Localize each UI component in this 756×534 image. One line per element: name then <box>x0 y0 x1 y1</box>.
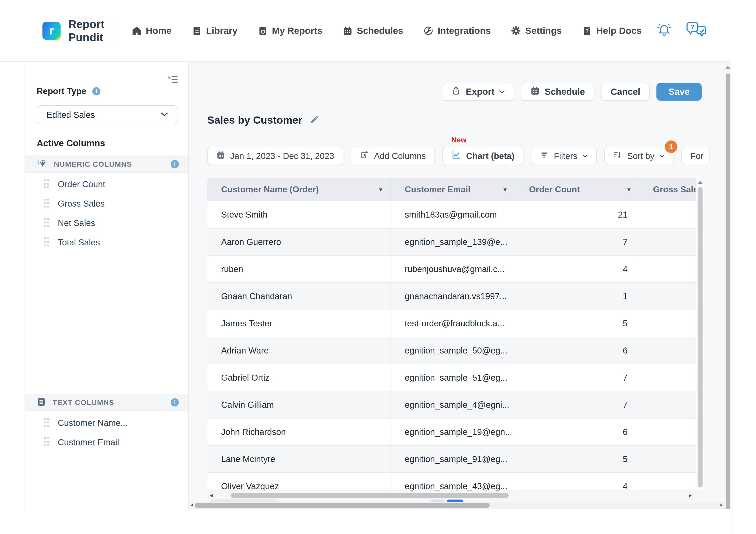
text-columns-list: Customer Name... Customer Email <box>25 413 188 452</box>
nav-items: Home Library My Reports Schedules <box>132 25 642 36</box>
drag-handle-icon[interactable] <box>43 217 50 229</box>
svg-text:?: ? <box>585 28 588 34</box>
calendar-icon <box>530 86 540 98</box>
nav-item-integrations[interactable]: Integrations <box>423 25 491 36</box>
nav-item-help-docs[interactable]: ? Help Docs <box>582 25 641 36</box>
scrollbar-thumb[interactable] <box>726 73 730 524</box>
bottom-margin <box>0 509 731 534</box>
save-button[interactable]: Save <box>657 83 702 101</box>
drag-handle-icon[interactable] <box>43 179 50 190</box>
date-range-button[interactable]: Jan 1, 2023 - Dec 31, 2023 <box>207 147 343 165</box>
brand[interactable]: r Report Pundit <box>42 18 104 44</box>
text-columns-header[interactable]: TEXT COLUMNS i <box>25 394 188 411</box>
drag-handle-icon[interactable] <box>43 437 50 448</box>
page-vertical-scrollbar[interactable] <box>724 62 731 534</box>
page-horizontal-scrollbar[interactable]: ◂ ▸ <box>189 502 724 509</box>
sort-by-button[interactable]: Sort by <box>604 147 674 165</box>
column-item-total-sales[interactable]: Total Sales <box>25 233 188 252</box>
add-columns-icon <box>360 151 369 162</box>
numeric-columns-info-icon[interactable]: i <box>171 160 179 168</box>
brand-name: Report Pundit <box>68 18 104 44</box>
filter-bar: Jan 1, 2023 - Dec 31, 2023 Add Columns N… <box>207 147 710 165</box>
table-row: Aaron Guerreroegnition_sample_139@e...7 <box>207 228 704 255</box>
table-row: rubenrubenjoushuva@gmail.c...4 <box>207 255 704 282</box>
main-content: Export Schedule Cancel Save Sales by Cus… <box>189 62 724 509</box>
report-table-card: Customer Name (Order)▾ Customer Email▾ O… <box>207 178 704 500</box>
sidebar: Report Type i Edited Sales Active Column… <box>25 62 189 509</box>
scrollbar-thumb[interactable] <box>230 493 509 498</box>
report-type-info-icon[interactable]: i <box>92 87 100 95</box>
home-icon <box>132 26 142 36</box>
toolbar: Export Schedule Cancel Save <box>442 83 702 101</box>
nav-item-library[interactable]: Library <box>192 25 237 36</box>
gear-icon <box>511 26 521 36</box>
notifications-bell-icon[interactable] <box>656 22 672 39</box>
calendar-icon <box>343 26 353 36</box>
drag-handle-icon[interactable] <box>43 198 50 209</box>
sort-caret-icon[interactable]: ▾ <box>379 186 382 193</box>
column-item-order-count[interactable]: Order Count <box>25 174 188 194</box>
column-header-customer-name[interactable]: Customer Name (Order)▾ <box>207 178 391 201</box>
scroll-up-arrow-icon[interactable] <box>726 66 730 69</box>
report-type-select[interactable]: Edited Sales <box>37 105 178 124</box>
table-vertical-scrollbar[interactable] <box>696 178 704 491</box>
help-doc-icon: ? <box>582 26 592 36</box>
new-badge: New <box>451 136 467 144</box>
drag-handle-icon[interactable] <box>43 237 50 248</box>
collapse-sidebar-icon[interactable] <box>168 73 179 86</box>
integrations-icon <box>423 26 433 36</box>
table-body: Steve Smithsmith183as@gmail.com21 Aaron … <box>207 201 704 500</box>
format-button-partial[interactable]: For <box>682 147 710 165</box>
nav-right: ? <box>656 22 731 40</box>
column-header-customer-email[interactable]: Customer Email▾ <box>391 178 515 201</box>
report-title: Sales by Customer <box>207 114 302 126</box>
drag-handle-icon[interactable] <box>43 417 50 428</box>
column-header-gross-sales[interactable]: Gross Sales <box>639 178 704 201</box>
add-columns-button[interactable]: Add Columns <box>351 147 435 165</box>
nav-item-my-reports[interactable]: My Reports <box>258 25 322 36</box>
column-item-gross-sales[interactable]: Gross Sales <box>25 194 188 213</box>
my-reports-icon <box>258 26 268 36</box>
table-row: John Richardsonegnition_sample_19@egn...… <box>207 418 704 445</box>
table-row: Calvin Gilliamegnition_sample_4@egni...7 <box>207 391 704 418</box>
column-item-net-sales[interactable]: Net Sales <box>25 213 188 233</box>
scrollbar-thumb[interactable] <box>698 187 703 488</box>
library-icon <box>192 26 202 36</box>
scroll-right-arrow-icon[interactable]: ▸ <box>720 502 723 508</box>
nav-item-settings[interactable]: Settings <box>511 25 562 36</box>
nav-item-schedules[interactable]: Schedules <box>343 25 403 36</box>
active-columns-heading: Active Columns <box>37 138 105 148</box>
scroll-up-arrow-icon[interactable] <box>698 181 703 184</box>
column-item-customer-name[interactable]: Customer Name... <box>25 413 188 433</box>
scroll-right-arrow-icon[interactable]: ▸ <box>687 492 694 499</box>
column-header-order-count[interactable]: Order Count▾ <box>515 178 639 201</box>
scrollbar-thumb[interactable] <box>195 503 490 508</box>
export-button[interactable]: Export <box>442 83 514 101</box>
svg-text:?: ? <box>690 23 694 30</box>
chart-beta-button[interactable]: Chart (beta) <box>443 147 524 165</box>
column-item-customer-email[interactable]: Customer Email <box>25 433 188 452</box>
sort-icon <box>613 151 622 161</box>
chart-icon <box>451 150 461 162</box>
table-horizontal-scrollbar[interactable]: ◂ ▸ <box>207 491 704 500</box>
cancel-button[interactable]: Cancel <box>601 83 650 101</box>
filters-button[interactable]: Filters <box>531 147 597 165</box>
sort-caret-icon[interactable]: ▾ <box>503 186 507 193</box>
report-pundit-logo-icon: r <box>42 22 61 40</box>
edit-title-pencil-icon[interactable] <box>310 115 319 125</box>
nav-item-home[interactable]: Home <box>132 25 172 36</box>
table-row: Gnaan Chandarangnanachandaran.vs1997...1 <box>207 282 704 310</box>
chevron-down-icon <box>161 112 168 117</box>
help-chat-icon[interactable]: ? <box>686 22 707 40</box>
sort-count-badge: 1 <box>665 140 677 153</box>
sort-caret-icon[interactable]: ▾ <box>627 186 631 193</box>
scroll-left-arrow-icon[interactable]: ◂ <box>191 502 193 508</box>
table-row: Gabriel Ortizegnition_sample_51@eg...7 <box>207 364 704 391</box>
table-row: James Testertest-order@fraudblock.a...5 <box>207 310 704 337</box>
table-row: Lane Mcintyreegnition_sample_91@eg...5 <box>207 445 704 472</box>
numeric-columns-header[interactable]: NUMERIC COLUMNS i <box>25 156 188 173</box>
numeric-columns-list: Order Count Gross Sales Net Sales Total … <box>25 174 188 252</box>
scroll-left-arrow-icon[interactable]: ◂ <box>207 492 215 499</box>
schedule-button[interactable]: Schedule <box>521 83 594 101</box>
text-columns-info-icon[interactable]: i <box>171 398 179 406</box>
